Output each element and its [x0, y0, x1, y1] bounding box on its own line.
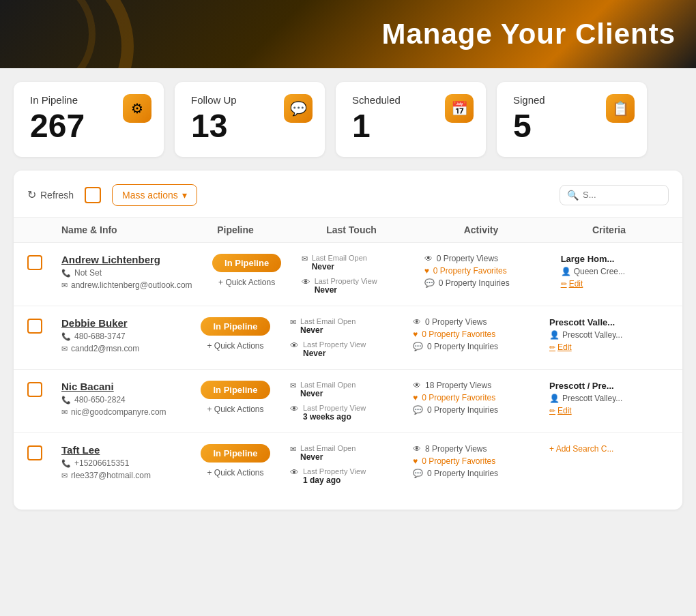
page-title: Manage Your Clients [381, 18, 676, 50]
mail-icon-1 [61, 344, 68, 353]
phone-value-1: 480-688-3747 [74, 332, 126, 341]
col-activity: Activity [413, 224, 549, 235]
criteria-sub-2: Prescott Valley... [562, 394, 622, 403]
property-favorites-2[interactable]: 0 Property Favorites [422, 393, 495, 402]
views-icon-0: 👁 [424, 254, 433, 263]
stat-in-pipeline-icon: ⚙ [123, 94, 151, 123]
phone-value-3: +15206615351 [74, 458, 129, 468]
main-content: Refresh Mass actions ▾ 🔍 Name & Info Pip… [14, 171, 682, 510]
property-inquiries-2: 0 Property Inquiries [427, 405, 498, 415]
criteria-title-0: Large Hom... [561, 254, 669, 264]
last-email-label-0: Last Email Open [312, 254, 367, 262]
stat-signed-icon: 📋 [606, 94, 635, 123]
last-email-label-1: Last Email Open [300, 317, 356, 325]
mail-icon-2 [61, 407, 68, 417]
refresh-icon [27, 188, 36, 201]
client-name-3[interactable]: Taft Lee [61, 444, 181, 456]
pipeline-badge-0[interactable]: In Pipeline [212, 254, 281, 272]
row-checkbox-0[interactable] [27, 254, 61, 270]
select-all-checkbox[interactable] [85, 187, 101, 203]
property-views-1: 0 Property Views [425, 317, 487, 327]
mass-actions-chevron: ▾ [182, 190, 187, 201]
pipeline-badge-3[interactable]: In Pipeline [201, 444, 270, 463]
client-phone-2: 480-650-2824 [61, 395, 181, 405]
client-name-1[interactable]: Debbie Buker [61, 317, 181, 329]
person-icon-0: 👤 [561, 267, 571, 276]
last-email-label-2: Last Email Open [300, 381, 356, 389]
activity-col-3: 👁8 Property Views ♥0 Property Favorites … [413, 444, 549, 478]
toolbar: Refresh Mass actions ▾ 🔍 [14, 184, 682, 217]
stat-in-pipeline[interactable]: In Pipeline 267 ⚙ [14, 82, 164, 157]
email-icon-1 [290, 317, 296, 327]
client-phone-0: Not Set [61, 268, 192, 278]
row-checkbox-2[interactable] [27, 381, 61, 397]
name-col-2: Nic Bacani 480-650-2824 nic@goodcompanyr… [61, 381, 181, 417]
activity-col-1: 👁0 Property Views ♥0 Property Favorites … [413, 317, 549, 351]
client-name-0[interactable]: Andrew Lichtenberg [61, 254, 192, 265]
table-header: Name & Info Pipeline Last Touch Activity… [14, 217, 682, 243]
criteria-sub-0: Queen Cree... [574, 267, 625, 276]
mail-icon-3 [61, 471, 68, 480]
quick-actions-1[interactable]: + Quick Actions [207, 341, 263, 351]
eye-icon-3: 👁 [290, 467, 299, 478]
stat-follow-up-icon: 💬 [284, 94, 313, 123]
col-criteria: Criteria [549, 224, 669, 235]
property-views-3: 8 Property Views [425, 444, 487, 454]
pencil-icon-0 [561, 279, 567, 289]
search-input[interactable] [583, 190, 651, 200]
pipeline-badge-2[interactable]: In Pipeline [201, 381, 270, 399]
criteria-sub-1: Prescott Valley... [562, 330, 622, 340]
search-container[interactable]: 🔍 [560, 185, 669, 205]
last-email-value-0: Never [312, 262, 367, 272]
edit-link-0[interactable]: Edit [561, 279, 669, 289]
eye-icon-2: 👁 [290, 404, 299, 414]
email-value-3: rlee337@hotmail.com [71, 471, 151, 480]
email-value-0: andrew.lichtenberg@outlook.com [71, 280, 192, 290]
table-row: Nic Bacani 480-650-2824 nic@goodcompanyr… [14, 370, 682, 433]
col-checkbox [27, 224, 61, 235]
quick-actions-3[interactable]: + Quick Actions [207, 468, 263, 478]
email-icon-0 [302, 254, 308, 263]
refresh-button[interactable]: Refresh [27, 188, 74, 201]
property-favorites-3[interactable]: 0 Property Favorites [422, 456, 495, 466]
property-favorites-1[interactable]: 0 Property Favorites [422, 329, 495, 339]
stat-scheduled[interactable]: Scheduled 1 📅 [336, 82, 486, 157]
row-checkbox-3[interactable] [27, 444, 61, 460]
edit-link-1[interactable]: Edit [549, 342, 669, 352]
phone-value-0: Not Set [74, 268, 102, 278]
mass-actions-button[interactable]: Mass actions ▾ [112, 184, 197, 206]
edit-link-2[interactable]: Edit [549, 406, 669, 415]
quick-actions-0[interactable]: + Quick Actions [218, 278, 275, 287]
phone-icon-0 [61, 268, 71, 278]
add-search-link-3[interactable]: + Add Search C... [549, 444, 669, 454]
property-inquiries-3: 0 Property Inquiries [427, 469, 498, 478]
quick-actions-2[interactable]: + Quick Actions [207, 405, 263, 414]
row-checkbox-1[interactable] [27, 317, 61, 334]
table-row: Andrew Lichtenberg Not Set andrew.lichte… [14, 243, 682, 306]
property-views-2: 18 Property Views [425, 381, 491, 390]
last-property-label-3: Last Property View [303, 467, 366, 475]
stat-follow-up[interactable]: Follow Up 13 💬 [175, 82, 325, 157]
last-property-value-3: 1 day ago [303, 475, 366, 485]
criteria-col-1: Prescott Valle... 👤Prescott Valley... Ed… [549, 317, 669, 352]
property-favorites-0[interactable]: 0 Property Favorites [433, 266, 507, 276]
last-property-label-1: Last Property View [303, 340, 366, 349]
name-col-3: Taft Lee +15206615351 rlee337@hotmail.co… [61, 444, 181, 480]
heart-icon-0: ♥ [424, 266, 429, 276]
last-property-label-2: Last Property View [303, 404, 366, 412]
property-views-0: 0 Property Views [437, 254, 499, 263]
property-inquiries-1: 0 Property Inquiries [427, 342, 498, 351]
stats-row: In Pipeline 267 ⚙ Follow Up 13 💬 Schedul… [0, 68, 696, 171]
pipeline-badge-1[interactable]: In Pipeline [201, 317, 270, 336]
last-email-label-3: Last Email Open [300, 444, 356, 452]
stat-signed[interactable]: Signed 5 📋 [497, 82, 647, 157]
pipeline-col-1: In Pipeline + Quick Actions [181, 317, 290, 351]
mass-actions-label: Mass actions [122, 190, 178, 201]
criteria-col-3: + Add Search C... [549, 444, 669, 454]
phone-icon-1 [61, 332, 71, 341]
client-name-2[interactable]: Nic Bacani [61, 381, 181, 392]
pipeline-col-2: In Pipeline + Quick Actions [181, 381, 290, 414]
table-row: Debbie Buker 480-688-3747 candd2@msn.com… [14, 306, 682, 370]
activity-col-2: 👁18 Property Views ♥0 Property Favorites… [413, 381, 549, 415]
stat-scheduled-icon: 📅 [445, 94, 474, 123]
